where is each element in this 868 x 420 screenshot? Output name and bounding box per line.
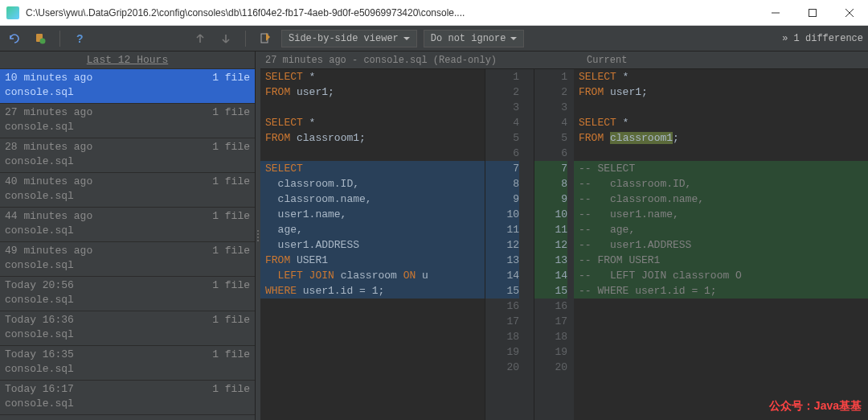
svg-rect-1 <box>809 9 817 16</box>
ignore-mode-label: Do not ignore <box>431 33 506 44</box>
history-item[interactable]: Today 20:561 fileconsole.sql <box>0 277 255 311</box>
watermark: 公众号：Java基基 <box>769 399 862 414</box>
left-code-pane[interactable]: SELECT *FROM user1; SELECT *FROM classro… <box>260 69 485 420</box>
diff-count-label: » 1 difference <box>782 33 863 44</box>
svg-point-5 <box>40 38 46 43</box>
gutter: 1234567891011121314151617181920 12345678… <box>485 69 574 420</box>
help-icon[interactable]: ? <box>70 29 89 48</box>
diff-viewer: 27 minutes ago - console.sql (Read-only)… <box>260 51 868 420</box>
history-item[interactable]: Today 16:361 fileconsole.sql <box>0 311 255 346</box>
history-item[interactable]: Today 16:171 fileconsole.sql <box>0 381 255 415</box>
window-title: C:\Users\ywu\.DataGrip2016.2\config\cons… <box>26 7 757 19</box>
window-titlebar: C:\Users\ywu\.DataGrip2016.2\config\cons… <box>0 0 868 26</box>
minimize-button[interactable] <box>757 0 794 26</box>
history-item[interactable]: 27 minutes ago1 fileconsole.sql <box>0 104 255 138</box>
right-code-pane[interactable]: SELECT *FROM user1; SELECT *FROM classro… <box>574 69 868 420</box>
separator <box>59 31 60 47</box>
history-item[interactable]: 49 minutes ago1 fileconsole.sql <box>0 242 255 277</box>
history-item[interactable]: 28 minutes ago1 fileconsole.sql <box>0 138 255 173</box>
history-sidebar: Last 12 Hours 10 minutes ago1 fileconsol… <box>0 51 256 420</box>
viewer-mode-dropdown[interactable]: Side-by-side viewer <box>281 30 417 47</box>
chevron-down-icon <box>403 35 410 42</box>
diff-body: SELECT *FROM user1; SELECT *FROM classro… <box>260 69 868 420</box>
svg-text:?: ? <box>76 32 84 45</box>
history-list: 10 minutes ago1 fileconsole.sql27 minute… <box>0 69 255 415</box>
prev-diff-icon[interactable] <box>190 29 210 48</box>
main-area: Last 12 Hours 10 minutes ago1 fileconsol… <box>0 51 868 420</box>
separator <box>245 31 246 47</box>
history-item[interactable]: Today 16:351 fileconsole.sql <box>0 346 255 381</box>
diff-header: 27 minutes ago - console.sql (Read-only)… <box>260 51 868 69</box>
left-pane-header: 27 minutes ago - console.sql (Read-only) <box>265 55 498 66</box>
sidebar-header: Last 12 Hours <box>0 51 255 69</box>
revert-icon[interactable] <box>5 29 24 48</box>
paste-icon[interactable] <box>31 29 50 48</box>
app-icon <box>6 6 19 19</box>
ignore-mode-dropdown[interactable]: Do not ignore <box>424 30 525 47</box>
chevron-down-icon <box>510 35 517 42</box>
diff-toolbar: ? Side-by-side viewer Do not ignore » 1 … <box>0 26 868 51</box>
history-item[interactable]: 44 minutes ago1 fileconsole.sql <box>0 208 255 242</box>
edit-icon[interactable] <box>256 29 275 48</box>
next-diff-icon[interactable] <box>216 29 235 48</box>
viewer-mode-label: Side-by-side viewer <box>289 33 399 44</box>
history-item[interactable]: 10 minutes ago1 fileconsole.sql <box>0 69 255 104</box>
maximize-button[interactable] <box>794 0 831 26</box>
history-item[interactable]: 40 minutes ago1 fileconsole.sql <box>0 173 255 208</box>
right-pane-header: Current <box>587 55 868 66</box>
close-button[interactable] <box>831 0 868 26</box>
